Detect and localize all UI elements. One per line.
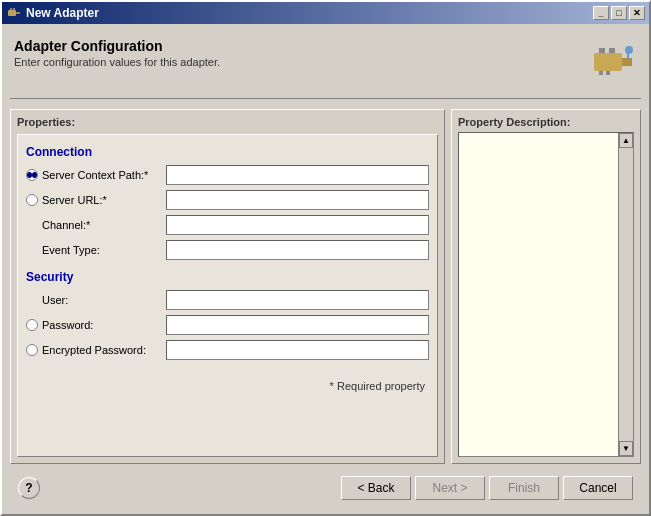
channel-input[interactable] (166, 215, 429, 235)
svg-rect-9 (606, 71, 610, 75)
user-label: User: (26, 294, 166, 306)
server-context-path-input[interactable] (166, 165, 429, 185)
help-button[interactable]: ? (18, 477, 40, 499)
back-button[interactable]: < Back (341, 476, 411, 500)
server-context-path-radio[interactable] (26, 169, 38, 181)
svg-rect-1 (16, 12, 20, 14)
header-text: Adapter Configuration Enter configuratio… (14, 38, 220, 68)
header-divider (10, 98, 641, 99)
description-scrollbar[interactable]: ▲ ▼ (618, 133, 633, 456)
encrypted-password-input[interactable] (166, 340, 429, 360)
server-context-path-label: Server Context Path:* (26, 169, 166, 181)
connection-section-header: Connection (26, 145, 429, 159)
svg-rect-6 (599, 48, 605, 53)
svg-rect-4 (594, 53, 622, 71)
header-title: Adapter Configuration (14, 38, 220, 54)
adapter-icon (6, 5, 22, 21)
channel-label: Channel:* (26, 219, 166, 231)
header-subtitle: Enter configuration values for this adap… (14, 56, 220, 68)
svg-rect-3 (13, 8, 15, 10)
scroll-up-arrow[interactable]: ▲ (619, 133, 633, 148)
server-url-row: Server URL:* (26, 190, 429, 210)
adapter-large-icon (589, 38, 637, 86)
server-url-input[interactable] (166, 190, 429, 210)
title-bar-left: New Adapter (6, 5, 99, 21)
main-section: Properties: Connection Server Context Pa… (10, 109, 641, 464)
properties-label: Properties: (17, 116, 438, 128)
password-row: Password: (26, 315, 429, 335)
password-radio[interactable] (26, 319, 38, 331)
close-button[interactable]: ✕ (629, 6, 645, 20)
window-title: New Adapter (26, 6, 99, 20)
event-type-label: Event Type: (26, 244, 166, 256)
content-area: Adapter Configuration Enter configuratio… (2, 24, 649, 514)
header-section: Adapter Configuration Enter configuratio… (10, 32, 641, 92)
encrypted-password-label: Encrypted Password: (26, 344, 166, 356)
event-type-input[interactable] (166, 240, 429, 260)
next-button[interactable]: Next > (415, 476, 485, 500)
form-inner: Connection Server Context Path:* (17, 134, 438, 457)
maximize-button[interactable]: □ (611, 6, 627, 20)
bottom-bar: ? < Back Next > Finish Cancel (10, 470, 641, 506)
minimize-button[interactable]: _ (593, 6, 609, 20)
description-panel: Property Description: ▲ ▼ (451, 109, 641, 464)
title-bar-buttons: _ □ ✕ (593, 6, 645, 20)
title-bar: New Adapter _ □ ✕ (2, 2, 649, 24)
user-row: User: (26, 290, 429, 310)
svg-rect-8 (599, 71, 603, 75)
description-label: Property Description: (458, 116, 634, 128)
security-section-header: Security (26, 270, 429, 284)
svg-rect-11 (627, 52, 629, 60)
cancel-button[interactable]: Cancel (563, 476, 633, 500)
encrypted-password-radio[interactable] (26, 344, 38, 356)
scroll-thumb[interactable] (619, 148, 633, 441)
nav-buttons: < Back Next > Finish Cancel (341, 476, 633, 500)
password-input[interactable] (166, 315, 429, 335)
channel-row: Channel:* (26, 215, 429, 235)
server-url-label: Server URL:* (26, 194, 166, 206)
scroll-down-arrow[interactable]: ▼ (619, 441, 633, 456)
encrypted-password-row: Encrypted Password: (26, 340, 429, 360)
event-type-row: Event Type: (26, 240, 429, 260)
svg-rect-2 (10, 8, 12, 10)
required-note: * Required property (26, 380, 429, 392)
main-window: New Adapter _ □ ✕ Adapter Configuration … (0, 0, 651, 516)
properties-panel: Properties: Connection Server Context Pa… (10, 109, 445, 464)
server-context-path-row: Server Context Path:* (26, 165, 429, 185)
finish-button[interactable]: Finish (489, 476, 559, 500)
server-url-radio[interactable] (26, 194, 38, 206)
user-input[interactable] (166, 290, 429, 310)
svg-rect-0 (8, 10, 16, 16)
description-content: ▲ ▼ (458, 132, 634, 457)
password-label: Password: (26, 319, 166, 331)
svg-rect-7 (609, 48, 615, 53)
